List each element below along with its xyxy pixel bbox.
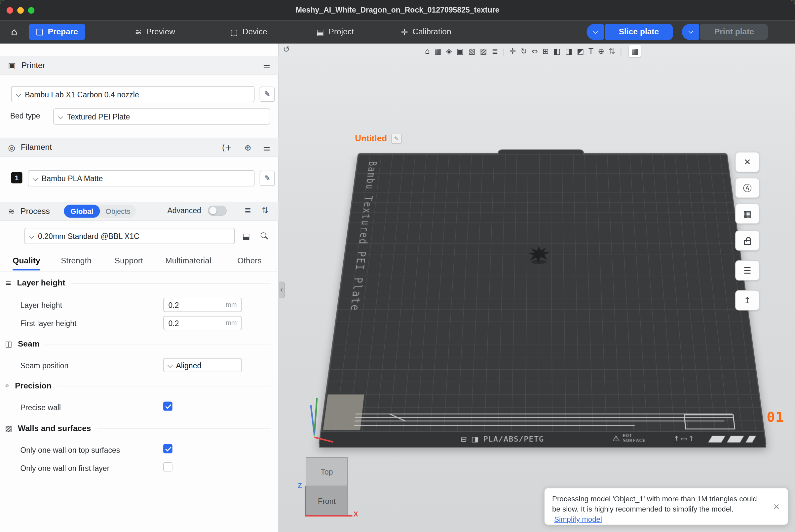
- first-layer-height-input-box: mm: [163, 316, 242, 330]
- sidebar-collapse-handle[interactable]: [279, 282, 285, 298]
- save-preset-icon[interactable]: ⬓: [242, 231, 250, 241]
- flush-volumes-icon[interactable]: ⊕: [245, 142, 251, 152]
- printer-icon: ▣: [8, 60, 16, 70]
- layer-height-section-header: ≡ Layer height: [5, 278, 271, 289]
- printer-section-header: ▣ Printer ⚌: [0, 56, 278, 75]
- lock-plate-button[interactable]: [735, 230, 760, 250]
- plate-number-badge[interactable]: 01: [766, 409, 784, 425]
- slice-options-dropdown[interactable]: [586, 24, 604, 40]
- notification-toast: Processing model 'Object_1' with more th…: [544, 488, 789, 526]
- edit-icon: ✎: [264, 174, 270, 183]
- tab-quality[interactable]: Quality: [13, 256, 40, 270]
- lock-icon: [744, 240, 751, 245]
- edit-printer-button[interactable]: ✎: [260, 87, 275, 102]
- cube-z-edge: [305, 486, 306, 516]
- sliders-icon: ☰: [743, 265, 751, 276]
- walls-icon: ▨: [5, 424, 12, 433]
- tab-project[interactable]: ▤ Project: [309, 24, 361, 40]
- first-layer-height-input[interactable]: [164, 317, 222, 330]
- plate-handle: [498, 150, 584, 154]
- process-preset-select[interactable]: 0.20mm Standard @BBL X1C: [24, 228, 235, 244]
- scope-global-option[interactable]: Global: [64, 205, 100, 218]
- arrow-up-icon: ↥: [744, 296, 751, 306]
- titlebar: Meshy_AI_White_Dragon_on_Rock_0127095825…: [0, 0, 795, 20]
- viewport-3d[interactable]: ↺ ⌂ ▦ ◈ ▣ ▧ ▨ ≣ | ✛ ↻ ⇔ ⊞ ◧ ◨ ◩ T ⊕ ⇅ | …: [279, 43, 795, 532]
- advanced-toggle[interactable]: [208, 206, 227, 216]
- simplify-model-link[interactable]: Simplify model: [554, 515, 602, 524]
- seam-position-select[interactable]: Aligned: [163, 358, 242, 372]
- undo-icon[interactable]: ↺: [283, 44, 290, 54]
- wipe-tower-lines: [354, 414, 746, 431]
- plate-adjust-button[interactable]: ☰: [735, 260, 760, 281]
- tab-support[interactable]: Support: [115, 256, 143, 269]
- search-icon[interactable]: [261, 232, 266, 238]
- precise-wall-label: Precise wall: [20, 403, 61, 412]
- orientation-cube[interactable]: Top Front Z X: [306, 457, 349, 516]
- prepare-icon: ❏: [36, 27, 43, 37]
- plate-logo-icon: ⊟: [460, 435, 468, 443]
- preset-list-icon[interactable]: ≣: [245, 206, 251, 215]
- slice-plate-button[interactable]: Slice plate: [605, 24, 673, 40]
- one-wall-first-layer-checkbox[interactable]: [163, 462, 173, 472]
- precision-icon: ⌖: [5, 381, 9, 391]
- edit-filament-button[interactable]: ✎: [260, 171, 275, 186]
- bed-type-select[interactable]: Textured PEI Plate: [53, 108, 270, 125]
- slice-split-button: Slice plate: [586, 24, 673, 40]
- tab-calibration[interactable]: ✛ Calibration: [394, 24, 458, 40]
- print-options-dropdown[interactable]: [682, 24, 699, 40]
- cube-face-top[interactable]: Top: [306, 457, 348, 486]
- precise-wall-checkbox[interactable]: [163, 402, 173, 411]
- close-icon[interactable]: ✕: [773, 502, 780, 512]
- filament-icon: ◎: [8, 142, 15, 152]
- compare-presets-icon[interactable]: ⇅: [262, 206, 269, 215]
- tab-others[interactable]: Others: [237, 256, 262, 269]
- tab-preview[interactable]: ≋ Preview: [128, 24, 182, 40]
- add-filament-icon[interactable]: (+: [222, 142, 232, 152]
- seam-position-label: Seam position: [20, 361, 68, 369]
- scope-objects-option[interactable]: Objects: [100, 207, 136, 215]
- filament-settings-icon[interactable]: ⚌: [263, 142, 270, 152]
- tab-strength[interactable]: Strength: [61, 256, 92, 269]
- toast-message: Processing model 'Object_1' with more th…: [552, 494, 762, 524]
- auto-orient-icon: Ⓐ: [743, 182, 752, 194]
- filament-section-header: ◎ Filament (+ ⊕ ⚌: [0, 138, 278, 157]
- delete-icon: ✕: [744, 157, 751, 167]
- plate-logo-icon: ◨: [471, 435, 480, 443]
- precision-section-header: ⌖ Precision: [5, 380, 271, 392]
- filament-preset-select[interactable]: Bambu PLA Matte: [28, 170, 254, 187]
- tab-device[interactable]: ▢ Device: [223, 24, 274, 40]
- advanced-label: Advanced: [167, 206, 201, 215]
- process-section-header: ≋ Process: [0, 202, 278, 221]
- filament-slot-number[interactable]: 1: [11, 172, 22, 184]
- preview-icon: ≋: [135, 27, 142, 37]
- home-icon[interactable]: ⌂: [5, 25, 23, 39]
- materials-label: PLA/ABS/PETG: [483, 435, 544, 443]
- arrange-plate-button[interactable]: ▦: [735, 204, 760, 224]
- bambu-studio-window: Meshy_AI_White_Dragon_on_Rock_0127095825…: [0, 0, 795, 532]
- filament-direction-icons: ↑▭↑: [673, 435, 695, 442]
- z-axis-label: Z: [298, 481, 302, 490]
- process-icon: ≋: [8, 206, 15, 216]
- build-plate: Bambu Textured PEI Plate ⊟: [319, 153, 766, 445]
- hot-surface-warning: ⚠ HOT SURFACE: [612, 433, 646, 443]
- move-to-top-button[interactable]: ↥: [735, 290, 760, 310]
- model-dragon[interactable]: [524, 244, 554, 268]
- printer-preset-select[interactable]: Bambu Lab X1 Carbon 0.4 nozzle: [11, 86, 255, 102]
- build-plate-wrap: Bambu Textured PEI Plate ⊟: [319, 51, 766, 445]
- process-scope-segmented: Global Objects: [64, 205, 136, 218]
- bed-type-label: Bed type: [10, 112, 40, 120]
- edit-icon: ✎: [264, 90, 270, 99]
- layer-height-input[interactable]: [164, 298, 222, 311]
- window-title: Meshy_AI_White_Dragon_on_Rock_0127095825…: [0, 0, 795, 20]
- warning-icon: ⚠: [612, 434, 620, 443]
- auto-orient-button[interactable]: Ⓐ: [735, 178, 760, 198]
- main-tab-bar: ⌂ ❏ Prepare ≋ Preview ▢ Device ▤ Project…: [0, 20, 795, 43]
- tab-prepare[interactable]: ❏ Prepare: [29, 24, 85, 40]
- print-plate-button[interactable]: Print plate: [700, 24, 768, 40]
- printer-connection-icon[interactable]: ⚌: [263, 60, 270, 70]
- layer-height-input-box: mm: [163, 298, 242, 312]
- cube-face-front[interactable]: Front: [306, 486, 348, 516]
- delete-all-button[interactable]: ✕: [735, 152, 760, 172]
- one-wall-top-checkbox[interactable]: [163, 444, 173, 453]
- tab-multimaterial[interactable]: Multimaterial: [165, 256, 211, 269]
